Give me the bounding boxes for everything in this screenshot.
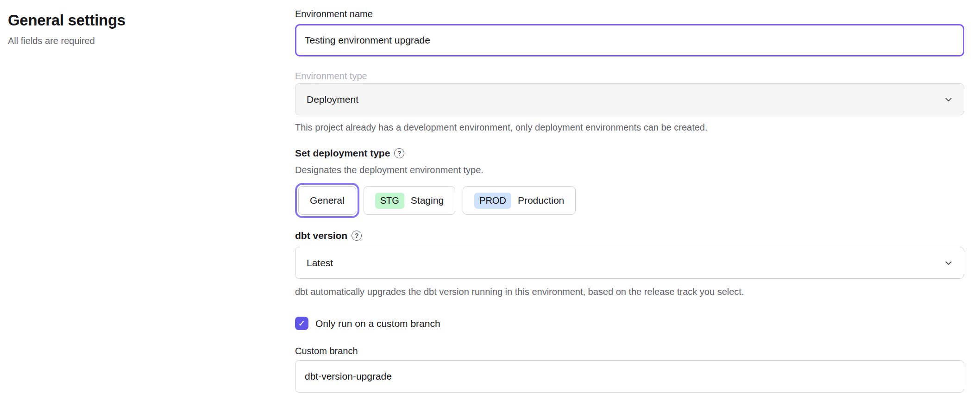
settings-form: Environment name Environment type Deploy… xyxy=(295,0,964,393)
settings-header-column: General settings All fields are required xyxy=(0,0,295,393)
deployment-type-general-button[interactable]: General xyxy=(298,186,356,215)
environment-type-helper: This project already has a development e… xyxy=(295,121,964,134)
deployment-type-staging-label: Staging xyxy=(411,195,444,206)
deployment-type-general-label: General xyxy=(310,195,345,206)
environment-name-label: Environment name xyxy=(295,7,964,20)
deployment-type-options: General STG Staging PROD Production xyxy=(295,183,964,218)
custom-branch-toggle-label: Only run on a custom branch xyxy=(315,317,440,330)
dbt-version-label: dbt version xyxy=(295,229,347,242)
custom-branch-checkbox[interactable]: ✓ xyxy=(295,317,308,330)
environment-type-value: Deployment xyxy=(307,94,358,105)
custom-branch-toggle-row: ✓ Only run on a custom branch xyxy=(295,317,964,330)
dbt-version-value: Latest xyxy=(307,257,333,269)
environment-name-input[interactable] xyxy=(295,24,964,56)
help-icon[interactable]: ? xyxy=(394,148,404,158)
page-subtitle: All fields are required xyxy=(8,34,295,47)
custom-branch-input[interactable] xyxy=(295,360,964,393)
production-badge: PROD xyxy=(474,193,511,209)
check-icon: ✓ xyxy=(298,319,306,328)
deployment-type-label: Set deployment type xyxy=(295,147,390,160)
deployment-type-production-button[interactable]: PROD Production xyxy=(463,186,576,215)
deployment-type-helper: Designates the deployment environment ty… xyxy=(295,163,964,176)
environment-settings-page: General settings All fields are required… xyxy=(0,0,980,393)
dbt-version-helper: dbt automatically upgrades the dbt versi… xyxy=(295,285,964,298)
dbt-version-label-row: dbt version ? xyxy=(295,229,964,242)
deployment-type-production-label: Production xyxy=(518,195,564,206)
deployment-type-label-row: Set deployment type ? xyxy=(295,147,964,160)
dbt-version-select[interactable]: Latest xyxy=(295,247,964,279)
custom-branch-label: Custom branch xyxy=(295,344,964,357)
environment-type-select[interactable]: Deployment xyxy=(295,83,964,115)
deployment-type-staging-button[interactable]: STG Staging xyxy=(364,186,455,215)
environment-type-label: Environment type xyxy=(295,69,964,82)
staging-badge: STG xyxy=(375,193,404,209)
chevron-down-icon xyxy=(943,94,954,105)
page-title: General settings xyxy=(8,10,295,31)
chevron-down-icon xyxy=(943,258,954,268)
help-icon[interactable]: ? xyxy=(352,231,362,241)
